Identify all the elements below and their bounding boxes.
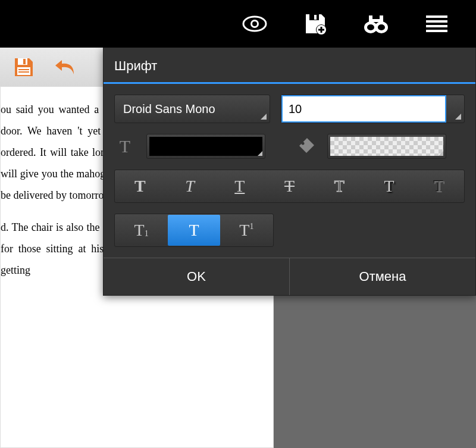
top-bar (0, 0, 476, 48)
normal-script-button[interactable]: T (168, 215, 220, 246)
svg-rect-15 (426, 20, 447, 23)
save-plus-icon[interactable] (303, 11, 328, 36)
cancel-button[interactable]: Отмена (290, 258, 475, 295)
ok-button[interactable]: OK (104, 258, 290, 295)
svg-rect-13 (372, 19, 380, 22)
svg-point-10 (378, 24, 385, 30)
highlight-color-picker[interactable] (327, 134, 446, 159)
svg-rect-18 (18, 58, 27, 65)
svg-rect-21 (18, 69, 29, 70)
emboss-button[interactable]: T (414, 171, 464, 202)
save-icon[interactable] (9, 55, 39, 79)
italic-button[interactable]: T (165, 171, 215, 202)
outline-button[interactable]: T (315, 171, 364, 202)
menu-icon[interactable] (424, 11, 449, 36)
undo-icon[interactable] (51, 55, 80, 79)
svg-rect-16 (426, 25, 447, 27)
text-style-group: T T T T T T T (114, 170, 465, 203)
binoculars-icon[interactable] (364, 11, 389, 36)
svg-rect-14 (426, 15, 447, 18)
script-group: T1 T T1 (114, 214, 274, 247)
highlight-label-icon (295, 136, 317, 157)
svg-rect-12 (380, 15, 383, 24)
font-dialog: Шрифт Droid Sans Mono T (103, 48, 476, 296)
text-color-picker[interactable] (146, 134, 265, 159)
font-family-dropdown[interactable]: Droid Sans Mono (114, 95, 270, 123)
dialog-title: Шрифт (104, 48, 475, 84)
font-size-input[interactable] (281, 95, 446, 123)
bold-button[interactable]: T (115, 171, 165, 202)
svg-rect-17 (426, 30, 447, 32)
svg-point-9 (367, 24, 374, 30)
underline-button[interactable]: T (215, 171, 264, 202)
svg-point-2 (252, 21, 257, 26)
svg-rect-22 (18, 71, 29, 73)
subscript-button[interactable]: T1 (115, 215, 167, 246)
shadow-button[interactable]: T (365, 171, 414, 202)
svg-rect-11 (369, 15, 372, 24)
svg-rect-4 (314, 15, 317, 20)
font-family-value: Droid Sans Mono (123, 102, 215, 116)
strikethrough-button[interactable]: T (265, 171, 314, 202)
eye-icon[interactable] (242, 11, 267, 36)
text-color-label-icon: T (114, 136, 136, 157)
superscript-button[interactable]: T1 (221, 215, 273, 246)
dialog-actions: OK Отмена (104, 258, 475, 295)
svg-point-23 (301, 142, 304, 145)
font-size-control[interactable] (281, 95, 465, 123)
svg-rect-19 (23, 59, 26, 64)
svg-rect-20 (17, 67, 30, 75)
